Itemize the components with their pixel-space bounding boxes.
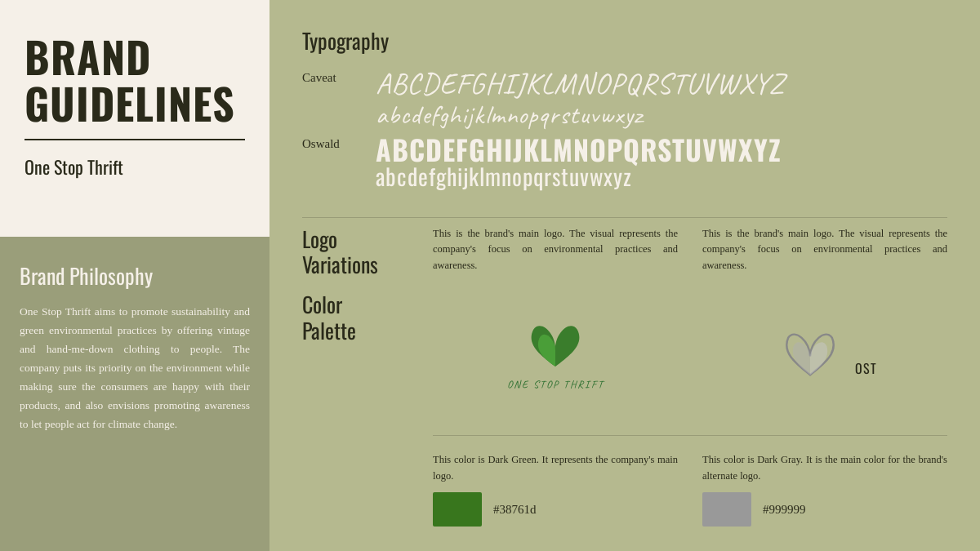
logo-col-gray: This is the brand's main logo. The visua… [702, 226, 947, 427]
color-section: This color is Dark Green. It represents … [433, 452, 947, 527]
section-divider [302, 217, 947, 218]
brand-title: BRANDGUIDELINES [24, 33, 245, 126]
oswald-label: Oswald [302, 134, 376, 151]
color-desc-2: This color is Dark Gray. It is the main … [702, 452, 947, 484]
logo-gray-row: OST [773, 330, 877, 383]
philosophy-title: Brand Philosophy [20, 260, 250, 291]
caveat-samples: ABCDEFGHIJKLMNOPQRSTUVWXYZ abcdefghijklm… [376, 68, 785, 129]
content-columns: This is the brand's main logo. The visua… [433, 226, 947, 527]
logo-columns: This is the brand's main logo. The visua… [433, 226, 947, 427]
ost-label: OST [855, 358, 877, 383]
color-palette-title: ColorPalette [302, 291, 433, 342]
logo-col-green: This is the brand's main logo. The visua… [433, 226, 678, 427]
logo-desc-2: This is the brand's main logo. The visua… [702, 226, 947, 273]
green-swatch [433, 492, 482, 527]
bottom-layout: LogoVariations ColorPalette This is the … [302, 226, 947, 527]
color-divider [433, 435, 947, 436]
left-panel: BRANDGUIDELINES One Stop Thrift Brand Ph… [0, 0, 270, 551]
logo-desc-1: This is the brand's main logo. The visua… [433, 226, 678, 273]
oswald-lowercase: abcdefghijklmnopqrstuvwxyz [376, 164, 782, 189]
brand-divider [24, 139, 245, 140]
color-col-gray: This color is Dark Gray. It is the main … [702, 452, 947, 527]
logo-variations-title: LogoVariations [302, 226, 433, 277]
color-swatch-row-1: #38761d [433, 492, 678, 527]
green-hex: #38761d [493, 503, 537, 517]
gray-logo-icon [773, 330, 847, 383]
logo-name-text: ONE STOP THRIFT [507, 378, 604, 391]
logo-green-area: ONE STOP THRIFT [433, 285, 678, 427]
green-logo-icon [519, 322, 592, 375]
philosophy-section: Brand Philosophy One Stop Thrift aims to… [0, 237, 270, 551]
color-desc-1: This color is Dark Green. It represents … [433, 452, 678, 484]
logo-gray-area: OST [702, 285, 947, 427]
philosophy-text: One Stop Thrift aims to promote sustaina… [20, 303, 250, 434]
brand-subtitle: One Stop Thrift [24, 153, 245, 180]
caveat-label: Caveat [302, 68, 376, 85]
section-labels: LogoVariations ColorPalette [302, 226, 433, 527]
right-panel: Typography Caveat ABCDEFGHIJKLMNOPQRSTUV… [270, 0, 980, 551]
typography-section: Typography Caveat ABCDEFGHIJKLMNOPQRSTUV… [302, 24, 947, 194]
brand-header: BRANDGUIDELINES One Stop Thrift [0, 0, 270, 237]
gray-hex: #999999 [763, 503, 806, 517]
caveat-uppercase: ABCDEFGHIJKLMNOPQRSTUVWXYZ [376, 68, 785, 100]
color-col-green: This color is Dark Green. It represents … [433, 452, 678, 527]
font-oswald-row: Oswald ABCDEFGHIJKLMNOPQRSTUVWXYZ abcdef… [302, 134, 947, 189]
color-swatch-row-2: #999999 [702, 492, 947, 527]
oswald-samples: ABCDEFGHIJKLMNOPQRSTUVWXYZ abcdefghijklm… [376, 134, 782, 189]
gray-swatch [702, 492, 751, 527]
typography-heading: Typography [302, 24, 947, 56]
font-caveat-row: Caveat ABCDEFGHIJKLMNOPQRSTUVWXYZ abcdef… [302, 68, 947, 129]
caveat-lowercase: abcdefghijklmnopqrstuvwxyz [376, 100, 785, 129]
